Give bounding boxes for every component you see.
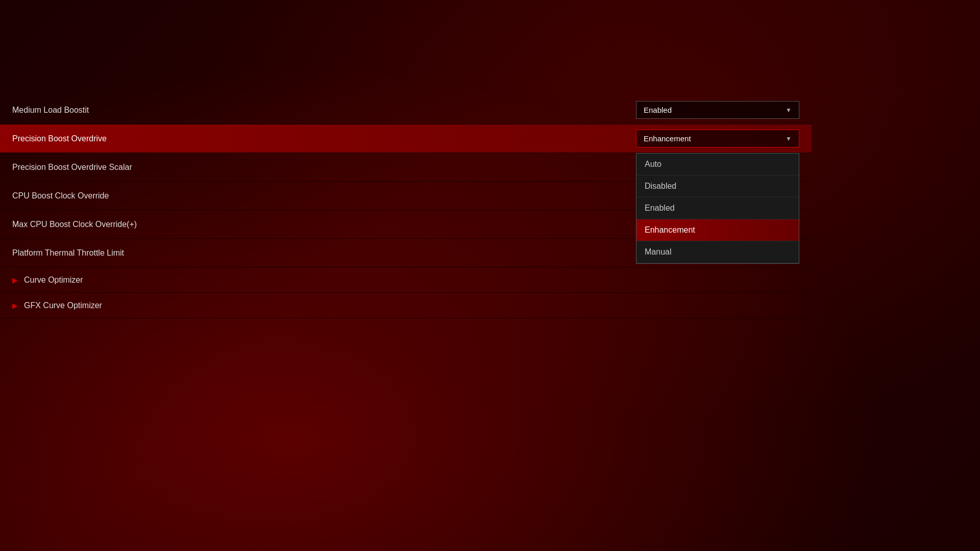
hw-voltage-grid: +12V 11.808 V +5V 4.720 V +3.3V 3.328 V: [822, 281, 971, 319]
nav-monitor[interactable]: Monitor: [302, 45, 360, 69]
settings-list: Medium Load Boostit Enabled ▼ Precision …: [0, 92, 812, 474]
nav-extreme-tweaker[interactable]: Extreme Tweaker: [136, 45, 235, 69]
hw-divider-2: [822, 259, 971, 260]
nav-boot[interactable]: Boot: [360, 45, 406, 69]
setting-precision-boost-overdrive[interactable]: Precision Boost Overdrive Enhancement ▼ …: [0, 124, 812, 153]
info-text: Precision Boost Overdrive: Enabled: Allo…: [37, 482, 799, 518]
hw-mem-freq: Frequency 4800 MHz: [822, 213, 892, 230]
hw-monitor-content: CPU Frequency 5460 MHz Temperature 35°C …: [813, 97, 980, 525]
info-bar: i Precision Boost Overdrive: Enabled: Al…: [0, 474, 812, 525]
gfx-curve-optimizer-section[interactable]: ▶ GFX Curve Optimizer: [0, 293, 812, 318]
setting-value[interactable]: Enabled ▼: [636, 101, 799, 119]
precision-boost-dropdown-menu: Auto Disabled Enabled Enhancement Manual: [636, 153, 799, 264]
chevron-down-icon: ▼: [786, 107, 792, 114]
ezmode-button[interactable]: EzMode(F7) →: [831, 531, 903, 547]
chevron-down-icon: ▼: [786, 135, 792, 142]
dropdown-option-manual[interactable]: Manual: [636, 241, 799, 263]
section-label: GFX Curve Optimizer: [24, 301, 102, 310]
hw-cpu-corevolt: Core Voltage 1.234 V: [900, 145, 971, 162]
hw-cpu-temp: Temperature 35°C: [900, 124, 971, 141]
hw-voltage-title: Voltage: [822, 266, 971, 275]
rog-logo-icon: ROG: [8, 9, 35, 36]
hw-v12: +12V 11.808 V: [822, 281, 892, 298]
time-display: 18:23 ⚙: [267, 17, 319, 34]
last-modified-button[interactable]: Last Modified: [769, 531, 831, 547]
top-bar-divider: [252, 10, 253, 35]
resize-icon: ⊞: [919, 18, 925, 27]
resizebar-button[interactable]: ⊞ ReSize BAR: [912, 14, 972, 31]
setting-label: Precision Boost Overdrive: [12, 134, 636, 143]
setting-label: Platform Thermal Throttle Limit: [12, 248, 636, 258]
breadcrumb-path: Extreme Tweaker\Precision Boost Overdriv…: [27, 77, 177, 85]
settings-icon[interactable]: ⚙: [312, 21, 319, 30]
hw-cpu-bclk: BCLK 100.0000 MHz: [822, 145, 892, 162]
hw-mem-mcvolt: MC Volt 1.101 V: [900, 213, 971, 230]
aura-icon: ✦: [863, 18, 870, 27]
section-label: Curve Optimizer: [24, 276, 83, 285]
setting-label: CPU Boost Clock Override: [12, 191, 636, 201]
nav-my-favorites[interactable]: My Favorites: [10, 45, 88, 69]
dropdown-option-enabled[interactable]: Enabled: [636, 197, 799, 219]
content-area: ← Extreme Tweaker\Precision Boost Overdr…: [0, 70, 980, 525]
myfavorite-button[interactable]: ⭐ MyFavorite(F3): [653, 14, 724, 31]
hw-v5: +5V 4.720 V: [900, 281, 971, 298]
globe-icon: 🌐: [609, 18, 619, 27]
search-button[interactable]: ? Search(F9): [800, 14, 854, 30]
setting-medium-load-boostit[interactable]: Medium Load Boostit Enabled ▼: [0, 96, 812, 124]
bottom-actions: Last Modified EzMode(F7) → Hot Keys ?: [769, 530, 968, 548]
logo-area: ROG UEFI BIOS Utility – Advanced Mode: [8, 9, 238, 36]
hw-memory-grid: Frequency 4800 MHz MC Volt 1.101 V Capac…: [822, 213, 971, 251]
back-button[interactable]: ←: [12, 76, 21, 86]
nav-bar: My Favorites Main Extreme Tweaker Advanc…: [0, 45, 980, 70]
hw-cpu-freq: Frequency 5460 MHz: [822, 124, 892, 141]
top-bar: ROG UEFI BIOS Utility – Advanced Mode 08…: [0, 0, 980, 45]
language-button[interactable]: 🌐 English: [603, 14, 651, 31]
setting-label: Medium Load Boostit: [12, 106, 636, 115]
curve-optimizer-section[interactable]: ▶ Curve Optimizer: [0, 267, 812, 293]
hw-mem-capacity: Capacity 16384 MB: [822, 234, 892, 251]
breadcrumb: ← Extreme Tweaker\Precision Boost Overdr…: [0, 70, 812, 92]
hot-keys-button[interactable]: Hot Keys ?: [903, 530, 968, 548]
setting-label: Precision Boost Overdrive Scalar: [12, 163, 636, 172]
nav-advanced[interactable]: Advanced: [235, 45, 303, 69]
bottom-bar: Version 2.22.1284 Copyright (C) 2022 AMI…: [0, 525, 980, 551]
help-key-badge: ?: [947, 534, 958, 544]
hw-memory-title: Memory: [822, 198, 971, 207]
fan-icon: ♻: [732, 18, 739, 27]
aura-button[interactable]: ✦ AURA(F4): [856, 14, 910, 31]
nav-exit[interactable]: Exit: [451, 45, 494, 69]
svg-text:ROG: ROG: [13, 18, 30, 27]
hw-divider-1: [822, 191, 971, 192]
main-content: ← Extreme Tweaker\Precision Boost Overdr…: [0, 70, 812, 525]
medium-load-dropdown[interactable]: Enabled ▼: [636, 101, 799, 119]
hw-cpu-title: CPU: [822, 109, 971, 118]
dropdown-option-auto[interactable]: Auto: [636, 154, 799, 176]
nav-main[interactable]: Main: [88, 45, 136, 69]
top-bar-divider-2: [340, 10, 341, 35]
version-text: Version 2.22.1284 Copyright (C) 2022 AMI: [390, 535, 769, 542]
qfan-button[interactable]: ♻ Qfan Control(F6): [726, 14, 799, 31]
arrow-right-icon: →: [886, 535, 893, 543]
bios-title: UEFI BIOS Utility – Advanced Mode: [41, 16, 238, 29]
hw-v33: +3.3V 3.328 V: [822, 302, 892, 319]
hw-cpu-grid: Frequency 5460 MHz Temperature 35°C BCLK…: [822, 124, 971, 183]
hw-monitor-title: Hardware Monitor: [837, 78, 915, 89]
hw-cpu-ratio: Ratio 52x: [822, 166, 892, 183]
dropdown-option-enhancement[interactable]: Enhancement: [636, 219, 799, 241]
dropdown-option-disabled[interactable]: Disabled: [636, 176, 799, 197]
top-toolbar: 🌐 English ⭐ MyFavorite(F3) ♻ Qfan Contro…: [355, 14, 972, 31]
star-icon: ⭐: [659, 18, 669, 27]
info-icon: i: [12, 483, 29, 499]
precision-boost-dropdown[interactable]: Enhancement ▼: [636, 130, 799, 147]
nav-tool[interactable]: Tool: [406, 45, 451, 69]
info-description: Enabled: Allows Processor to run beyond …: [37, 497, 771, 516]
datetime-area: 08/03/2022 Wednesday 18:23 ⚙: [267, 11, 326, 34]
hw-monitor-header: 🖥 Hardware Monitor: [813, 70, 980, 97]
hardware-monitor-panel: 🖥 Hardware Monitor CPU Frequency 5460 MH…: [812, 70, 980, 525]
chevron-right-icon: ▶: [12, 276, 18, 284]
monitor-icon: 🖥: [822, 78, 832, 89]
setting-value[interactable]: Enhancement ▼: [636, 130, 799, 147]
chevron-right-icon: ▶: [12, 302, 18, 310]
question-icon: ?: [807, 18, 811, 27]
info-title: Precision Boost Overdrive:: [37, 482, 799, 493]
